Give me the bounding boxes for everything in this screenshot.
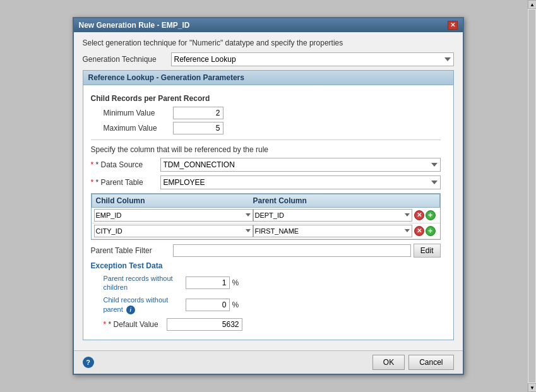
exc-row1-input[interactable] [186,276,230,289]
max-value-input[interactable] [173,122,223,134]
pct-label-2: % [232,300,239,309]
edit-button[interactable]: Edit [414,244,441,258]
exc-row2-label: Child records without parent i [104,295,186,314]
add-row2-button[interactable]: + [426,226,436,236]
data-source-label: * * Data Source [91,160,160,169]
child-col-select-2[interactable]: CITY_ID [94,225,253,237]
section-panel: Reference Lookup - Generation Parameters… [83,70,454,341]
footer-buttons: OK Cancel [372,355,454,370]
specify-text: Specify the column that will be referenc… [91,145,441,154]
exc-row2-input[interactable] [186,299,230,311]
filter-row: Parent Table Filter Edit [91,244,441,258]
scrollbar-thumb[interactable] [528,9,535,383]
exception-header: Exception Test Data [91,261,441,270]
row2-actions: ✕ + [412,226,438,236]
dialog-titlebar: New Generation Rule - EMP_ID ✕ [74,18,463,32]
scrollbar-down-button[interactable]: ▼ [528,383,536,392]
row1-actions: ✕ + [412,210,438,220]
parent-table-row: * * Parent Table EMPLOYEE [91,175,441,189]
parent-col-select-2[interactable]: FIRST_NAME [253,225,412,237]
exc-row2: Child records without parent i % [91,295,441,314]
max-label: Maximum Value [104,124,173,133]
filter-input[interactable] [173,244,411,257]
child-col-select-1[interactable]: EMP_ID [94,209,253,222]
info-icon[interactable]: i [126,306,135,314]
child-col-header: Child Column [96,196,253,205]
parent-col-header: Parent Column [253,196,410,205]
filter-label: Parent Table Filter [91,246,173,255]
data-source-row: * * Data Source TDM_CONNECTION [91,158,441,172]
divider1 [91,140,441,140]
table-row: CITY_ID FIRST_NAME ✕ + [92,223,440,239]
default-value-input[interactable] [167,318,242,331]
dialog-footer: ? OK Cancel [74,350,463,374]
section-header: Reference Lookup - Generation Parameters [83,71,453,85]
min-label: Minimum Value [104,109,173,117]
parent-table-select[interactable]: EMPLOYEE [160,175,441,189]
generation-technique-label: Generation Technique [83,55,171,64]
min-value-input[interactable] [173,107,223,119]
default-value-row: * * Default Value [91,318,441,331]
col-table-header: Child Column Parent Column [92,194,440,208]
generation-technique-select[interactable]: Reference Lookup Sequence Random Constan… [171,52,454,66]
remove-row2-button[interactable]: ✕ [414,226,424,236]
default-value-label: * * Default Value [104,320,167,329]
cancel-button[interactable]: Cancel [408,355,453,370]
remove-row1-button[interactable]: ✕ [414,210,424,220]
scrollbar[interactable]: ▲ ▼ [527,0,536,392]
dialog-title: New Generation Rule - EMP_ID [79,21,190,30]
intro-text: Select generation technique for "Numeric… [83,39,454,47]
data-source-select[interactable]: TDM_CONNECTION [160,158,441,172]
section-body: Child Records per Parent Record Minimum … [83,85,453,340]
ok-button[interactable]: OK [372,355,405,370]
child-records-label: Child Records per Parent Record [91,94,441,103]
add-row1-button[interactable]: + [426,210,436,220]
dialog-body: Select generation technique for "Numeric… [74,32,463,351]
pct-label-1: % [232,278,239,287]
min-value-row: Minimum Value [91,107,441,119]
generation-technique-row: Generation Technique Reference Lookup Se… [83,52,454,66]
max-value-row: Maximum Value [91,122,441,134]
parent-table-label: * * Parent Table [91,178,160,187]
close-button[interactable]: ✕ [448,21,458,30]
exc-row1: Parent records without children % [91,274,441,292]
column-table: Child Column Parent Column EMP_ID DEPT_I… [91,193,441,240]
table-row: EMP_ID DEPT_ID ✕ + [92,208,440,223]
parent-col-select-1[interactable]: DEPT_ID [253,209,412,222]
exc-row1-label: Parent records without children [104,274,186,292]
dialog: New Generation Rule - EMP_ID ✕ Select ge… [73,17,464,376]
scrollbar-up-button[interactable]: ▲ [528,0,536,9]
help-button[interactable]: ? [83,357,94,368]
